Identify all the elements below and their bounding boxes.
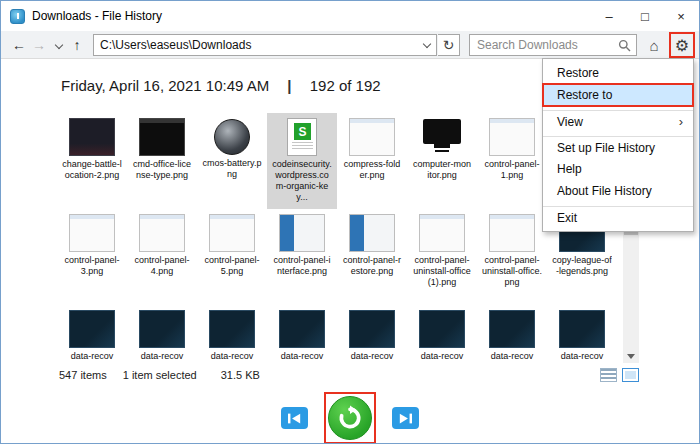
file-thumbnail bbox=[489, 118, 535, 156]
menu-item[interactable]: View › bbox=[543, 110, 693, 132]
refresh-button[interactable]: ↻ bbox=[438, 34, 460, 56]
previous-version-button[interactable] bbox=[281, 407, 308, 429]
file-item[interactable]: control-panel-uninstall-office.png bbox=[477, 209, 547, 305]
details-view-button[interactable] bbox=[600, 368, 617, 382]
restore-rotate-icon bbox=[337, 405, 363, 431]
file-thumbnail bbox=[279, 310, 325, 348]
file-history-window: Downloads - File History – □ × ← → ↑ C:\… bbox=[0, 0, 700, 444]
file-thumbnail bbox=[349, 214, 395, 252]
header-separator: | bbox=[287, 77, 291, 94]
file-thumbnail bbox=[209, 214, 255, 252]
menu-item[interactable]: Exit bbox=[543, 206, 693, 228]
file-item[interactable]: control-panel-interface.png bbox=[267, 209, 337, 305]
restore-controls bbox=[1, 391, 699, 444]
file-thumbnail bbox=[214, 119, 250, 155]
menu-item-label: Set up File History bbox=[557, 141, 655, 155]
file-item[interactable]: codeinsecurity.wordpress.com-organic-key… bbox=[267, 113, 337, 209]
menu-item-label: View bbox=[557, 115, 583, 129]
address-bar[interactable]: C:\Users\easeus\Downloads bbox=[93, 34, 437, 56]
menu-item[interactable]: Help bbox=[543, 158, 693, 180]
file-name: cmos-battery.png bbox=[202, 158, 262, 180]
file-thumbnail bbox=[209, 310, 255, 348]
file-item[interactable]: control-panel-5.png bbox=[197, 209, 267, 305]
file-thumbnail bbox=[419, 310, 465, 348]
file-item[interactable]: control-panel-1.png bbox=[477, 113, 547, 209]
back-button[interactable]: ← bbox=[9, 33, 29, 57]
titlebar: Downloads - File History – □ × bbox=[1, 1, 699, 31]
menu-item[interactable]: Set up File History bbox=[543, 136, 693, 158]
next-version-button[interactable] bbox=[392, 407, 419, 429]
address-dropdown-chevron-icon[interactable] bbox=[423, 39, 431, 47]
file-name: compress-folder.png bbox=[342, 159, 402, 181]
maximize-button[interactable]: □ bbox=[627, 1, 663, 31]
file-name: control-panel-4.png bbox=[132, 255, 192, 277]
scroll-down-arrow-icon[interactable] bbox=[623, 348, 639, 363]
file-item[interactable]: data-recov bbox=[547, 305, 617, 363]
file-thumbnail bbox=[69, 118, 115, 156]
file-item[interactable]: data-recov bbox=[57, 305, 127, 363]
selection-size: 31.5 KB bbox=[221, 369, 260, 381]
file-name: data-recov bbox=[482, 351, 542, 362]
file-history-app-icon bbox=[10, 9, 25, 24]
forward-button[interactable]: → bbox=[29, 33, 49, 57]
file-thumbnail bbox=[559, 310, 605, 348]
menu-item-label: About File History bbox=[557, 184, 652, 198]
menu-item[interactable]: Restore to bbox=[543, 84, 693, 106]
file-name: codeinsecurity.wordpress.com-organic-key… bbox=[272, 159, 332, 203]
restore-button-highlight bbox=[324, 392, 376, 444]
toolbar: ← → ↑ C:\Users\easeus\Downloads ↻ Search… bbox=[1, 31, 699, 59]
restore-button[interactable] bbox=[328, 396, 372, 440]
file-thumbnail bbox=[139, 214, 185, 252]
menu-item-label: Help bbox=[557, 162, 582, 176]
file-name: computer-monitor.png bbox=[412, 159, 472, 181]
snapshot-position: 192 of 192 bbox=[310, 77, 381, 94]
file-name: data-recov bbox=[342, 351, 402, 362]
file-item[interactable]: data-recov bbox=[337, 305, 407, 363]
file-item[interactable]: data-recov bbox=[197, 305, 267, 363]
search-box[interactable]: Search Downloads bbox=[469, 34, 637, 56]
file-item[interactable]: cmos-battery.png bbox=[197, 113, 267, 209]
snapshot-date: Friday, April 16, 2021 10:49 AM bbox=[61, 77, 269, 94]
selection-count: 1 item selected bbox=[123, 369, 197, 381]
file-item[interactable]: compress-folder.png bbox=[337, 113, 407, 209]
statusbar: 547 items 1 item selected 31.5 KB bbox=[59, 367, 639, 383]
menu-item[interactable]: Restore bbox=[543, 62, 693, 84]
file-item[interactable]: control-panel-restore.png bbox=[337, 209, 407, 305]
recent-locations-chevron[interactable] bbox=[49, 33, 69, 57]
up-button[interactable]: ↑ bbox=[67, 33, 87, 57]
skip-next-icon bbox=[397, 412, 414, 425]
file-name: data-recov bbox=[202, 351, 262, 362]
menu-item-label: Restore bbox=[557, 66, 599, 80]
file-thumbnail bbox=[489, 214, 535, 252]
file-item[interactable]: data-recov bbox=[127, 305, 197, 363]
menu-item[interactable]: About File History bbox=[543, 180, 693, 202]
file-item[interactable]: control-panel-3.png bbox=[57, 209, 127, 305]
file-item[interactable]: control-panel-uninstall-office (1).png bbox=[407, 209, 477, 305]
file-item[interactable]: computer-monitor.png bbox=[407, 113, 477, 209]
address-text: C:\Users\easeus\Downloads bbox=[100, 38, 251, 52]
file-item[interactable]: data-recov bbox=[407, 305, 477, 363]
window-title: Downloads - File History bbox=[32, 9, 162, 23]
close-button[interactable]: × bbox=[663, 1, 699, 31]
file-item[interactable]: data-recov bbox=[267, 305, 337, 363]
file-name: control-panel-uninstall-office (1).png bbox=[412, 255, 472, 288]
file-name: control-panel-5.png bbox=[202, 255, 262, 277]
search-placeholder: Search Downloads bbox=[477, 38, 618, 52]
file-thumbnail bbox=[287, 118, 317, 156]
file-thumbnail bbox=[69, 214, 115, 252]
file-item[interactable]: control-panel-4.png bbox=[127, 209, 197, 305]
thumbnail-view-button[interactable] bbox=[622, 368, 639, 382]
file-grid: change-battle-location-2.png cmd-office-… bbox=[57, 113, 623, 363]
file-name: data-recov bbox=[62, 351, 122, 362]
skip-previous-icon bbox=[286, 412, 303, 425]
file-name: control-panel-1.png bbox=[482, 159, 542, 181]
settings-gear-button[interactable]: ⚙ bbox=[669, 32, 695, 58]
file-item[interactable]: data-recov bbox=[477, 305, 547, 363]
file-item[interactable]: change-battle-location-2.png bbox=[57, 113, 127, 209]
minimize-button[interactable]: – bbox=[591, 1, 627, 31]
home-button[interactable]: ⌂ bbox=[642, 33, 666, 57]
menu-item-label: Exit bbox=[557, 211, 577, 225]
file-name: control-panel-3.png bbox=[62, 255, 122, 277]
file-thumbnail bbox=[139, 118, 185, 156]
file-item[interactable]: cmd-office-license-type.png bbox=[127, 113, 197, 209]
